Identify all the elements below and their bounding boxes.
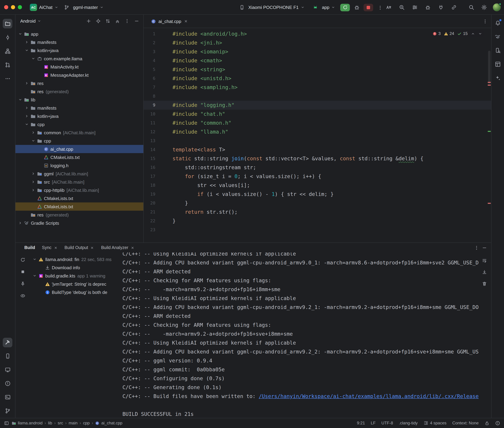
chevron-down-icon[interactable]: [17, 31, 23, 37]
passed-count[interactable]: 15: [457, 31, 468, 36]
console-line[interactable]: C/C++: -- Using KleidiAI optimized kerne…: [122, 338, 491, 347]
event-log-icon[interactable]: [495, 421, 500, 425]
build-event-buildtype-debug-is-both-de[interactable]: BuildType 'debug' is both de: [30, 288, 122, 296]
tree-item-cpp-httplib[interactable]: cpp-httplib [AiChat.lib.main]: [16, 186, 143, 194]
layout-icon[interactable]: [493, 59, 503, 69]
line-number[interactable]: 17: [144, 172, 155, 181]
line-number[interactable]: 12: [144, 127, 155, 136]
rerun-button[interactable]: [340, 4, 350, 11]
line-number[interactable]: 23: [144, 225, 155, 234]
code-line-8[interactable]: 8: [144, 92, 491, 101]
tree-item-manifests[interactable]: manifests: [16, 38, 143, 46]
debug-button[interactable]: [353, 3, 361, 11]
tree-item-res[interactable]: res: [16, 79, 143, 87]
settings-button[interactable]: [480, 3, 488, 11]
build-event-llama-android-fin[interactable]: llama.android: fin22 sec, 583 ms: [30, 255, 122, 263]
kebab-icon[interactable]: [123, 17, 131, 25]
code-line-16[interactable]: 16 std::ostringstream str;: [144, 163, 491, 172]
chevron-down-icon[interactable]: [32, 256, 37, 262]
error-stripe-mark[interactable]: [487, 203, 491, 204]
build-output-link[interactable]: /Users/hanyin/Workspace/ai-chat/examples…: [259, 393, 479, 399]
chevron-right-icon[interactable]: [31, 171, 36, 176]
chevron-right-icon[interactable]: [24, 105, 29, 111]
tool-window-quick-access-icon[interactable]: [4, 421, 9, 425]
tree-item-kotlin-java[interactable]: kotlin+java: [16, 112, 143, 120]
build-panel-title[interactable]: Build: [24, 245, 35, 250]
previous-issue-chevron-up-icon[interactable]: [471, 32, 475, 36]
close-icon[interactable]: [90, 246, 94, 250]
code-line-19[interactable]: 19 if (i < values.size() - 1) { str << d…: [144, 190, 491, 199]
tree-item-res[interactable]: res (generated): [16, 87, 143, 96]
tree-item-cmakelists-txt[interactable]: CMakeLists.txt: [16, 153, 143, 161]
code-line-18[interactable]: 18 str << values[i];: [144, 181, 491, 190]
sync-icon[interactable]: [19, 256, 26, 263]
device-manager-icon[interactable]: [3, 351, 12, 361]
locate-icon[interactable]: [94, 17, 102, 25]
tree-item-com-example-llama[interactable]: com.example.llama: [16, 54, 143, 63]
code-line-2[interactable]: 2#include <jni.h>: [144, 38, 491, 47]
chevron-right-icon[interactable]: [17, 220, 23, 226]
close-icon[interactable]: [130, 246, 135, 250]
next-issue-chevron-down-icon[interactable]: [478, 32, 482, 36]
indent-setting[interactable]: 4 spaces: [424, 421, 446, 425]
trash-icon[interactable]: [481, 280, 488, 287]
line-ending[interactable]: LF: [371, 421, 376, 425]
editor-options-kebab-icon[interactable]: [482, 19, 487, 24]
gradle-icon[interactable]: [493, 32, 503, 41]
breadcrumb-item-llama-android[interactable]: llama.android: [12, 421, 43, 425]
close-icon[interactable]: [53, 246, 58, 250]
error-count[interactable]: 3: [433, 31, 441, 36]
editor-scrollbar[interactable]: [488, 51, 490, 83]
bell-icon[interactable]: [493, 18, 503, 28]
link-icon[interactable]: [449, 3, 459, 12]
code-line-20[interactable]: 20 }: [144, 199, 491, 208]
chevron-down-icon[interactable]: [31, 138, 36, 144]
more-run-options-button[interactable]: [376, 3, 384, 11]
chevron-right-icon[interactable]: [24, 113, 29, 119]
console-line[interactable]: [122, 401, 491, 410]
code-line-14[interactable]: 14template<class T>: [144, 145, 491, 154]
breadcrumb-item-lib[interactable]: lib: [48, 421, 52, 425]
run-configuration-selector[interactable]: app: [309, 4, 337, 11]
build-event-jvmtarget-string-is-deprec[interactable]: 'jvmTarget: String' is deprec: [30, 280, 122, 288]
user-avatar[interactable]: [493, 3, 501, 11]
build-event-download-info[interactable]: Download info: [30, 263, 122, 272]
line-number[interactable]: 20: [144, 199, 155, 208]
line-number[interactable]: 11: [144, 118, 155, 127]
line-number[interactable]: 10: [144, 110, 155, 118]
hide-build-panel-icon[interactable]: [482, 245, 487, 250]
problems-icon[interactable]: [3, 379, 12, 388]
chevron-down-icon[interactable]: [37, 19, 41, 23]
line-number[interactable]: 1: [144, 29, 155, 38]
code-line-15[interactable]: 15static std::string join(const std::vec…: [144, 154, 491, 163]
chevron-down-icon[interactable]: [31, 56, 36, 61]
inspection-widget[interactable]: 3 24 15: [430, 31, 484, 37]
line-number[interactable]: 18: [144, 181, 155, 190]
line-number[interactable]: 8: [144, 92, 155, 101]
pull-requests-icon[interactable]: [3, 60, 12, 70]
console-line[interactable]: C/C++: -- -march=armv9.2-a+dotprod+fp16+…: [122, 329, 491, 338]
maximize-window-button[interactable]: [18, 5, 22, 9]
code-area[interactable]: 1#include <android/log.h>2#include <jni.…: [144, 28, 491, 243]
stop-square-icon[interactable]: [19, 268, 26, 275]
device-explorer-icon[interactable]: [493, 46, 503, 55]
ai-search-icon[interactable]: [397, 3, 407, 12]
code-line-22[interactable]: 22}: [144, 216, 491, 225]
device-selector[interactable]: Xiaomi POCOPHONE F1: [236, 4, 307, 11]
tree-item-cpp[interactable]: cpp: [16, 137, 143, 145]
console-line[interactable]: C/C++: -- Build files have been written …: [122, 392, 491, 401]
code-line-4[interactable]: 4#include <cmath>: [144, 56, 491, 65]
chevron-right-icon[interactable]: [31, 187, 36, 193]
tree-item-cmakelists-txt[interactable]: CMakeLists.txt: [16, 202, 143, 211]
collapse-all-icon[interactable]: [113, 17, 121, 25]
monitor-icon[interactable]: [3, 365, 12, 375]
sparkle-icon[interactable]: [493, 73, 503, 82]
tree-item-lib[interactable]: lib: [16, 96, 143, 104]
console-line[interactable]: C/C++: -- Checking for ARM features usin…: [122, 276, 491, 285]
tree-item-src[interactable]: src [AiChat.lib.main]: [16, 178, 143, 186]
breadcrumb-item-src[interactable]: src: [58, 421, 63, 425]
tree-item-kotlin-java[interactable]: kotlin+java: [16, 46, 143, 54]
chevron-right-icon[interactable]: [31, 179, 36, 185]
line-number[interactable]: 13: [144, 136, 155, 145]
context-widget[interactable]: Context: None: [452, 421, 479, 425]
